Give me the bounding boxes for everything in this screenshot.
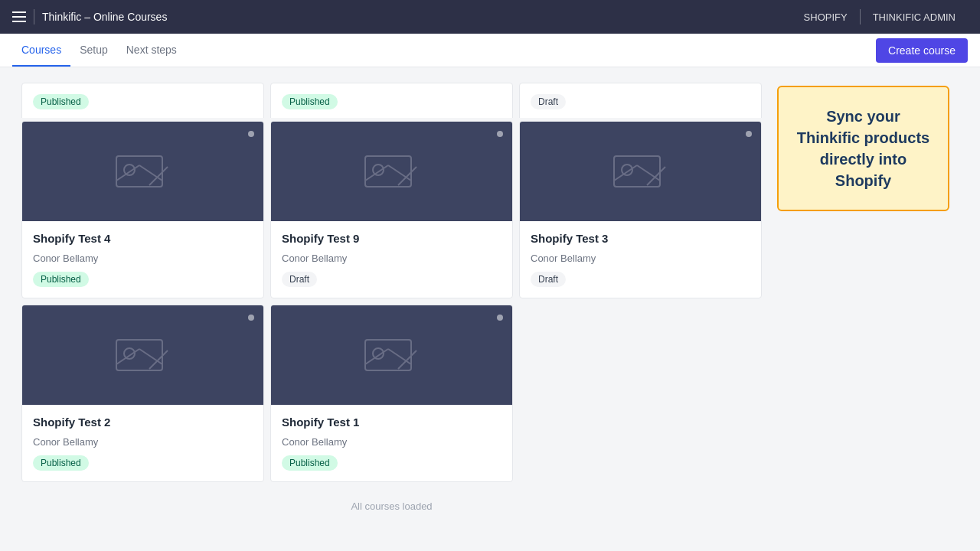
course-author: Conor Bellamy bbox=[282, 253, 501, 264]
nav-divider bbox=[34, 9, 34, 24]
course-dot bbox=[248, 131, 254, 137]
course-title: Shopify Test 4 bbox=[33, 232, 253, 245]
course-title: Shopify Test 3 bbox=[531, 232, 750, 245]
svg-line-14 bbox=[647, 167, 665, 185]
course-card-shopify-test-2[interactable]: Shopify Test 2 Conor Bellamy Published bbox=[21, 305, 264, 482]
svg-line-17 bbox=[116, 349, 139, 364]
course-title: Shopify Test 1 bbox=[282, 416, 501, 429]
tab-next-steps[interactable]: Next steps bbox=[117, 34, 186, 67]
shopify-link[interactable]: SHOPIFY bbox=[792, 11, 860, 23]
course-author: Conor Bellamy bbox=[33, 436, 253, 448]
course-card-image bbox=[271, 122, 512, 221]
main-content: Published Published Draft bbox=[0, 67, 980, 540]
svg-line-18 bbox=[139, 349, 162, 364]
course-card-shopify-test-9[interactable]: Shopify Test 9 Conor Bellamy Draft bbox=[270, 121, 513, 298]
tab-courses[interactable]: Courses bbox=[12, 34, 70, 67]
course-placeholder-icon bbox=[610, 148, 671, 194]
course-author: Conor Bellamy bbox=[282, 436, 501, 448]
svg-rect-0 bbox=[116, 156, 162, 187]
svg-line-7 bbox=[365, 165, 388, 181]
svg-line-8 bbox=[388, 165, 411, 181]
course-dot bbox=[497, 315, 503, 321]
svg-line-4 bbox=[149, 167, 168, 185]
courses-grid: Shopify Test 4 Conor Bellamy Published bbox=[18, 118, 765, 485]
course-title: Shopify Test 9 bbox=[282, 232, 501, 245]
course-placeholder-icon bbox=[113, 148, 174, 194]
partial-card-2: Published bbox=[270, 83, 513, 118]
svg-line-22 bbox=[365, 349, 388, 364]
course-card-body: Shopify Test 4 Conor Bellamy Published bbox=[22, 221, 263, 298]
course-card-shopify-test-3[interactable]: Shopify Test 3 Conor Bellamy Draft bbox=[519, 121, 762, 298]
course-card-body: Shopify Test 3 Conor Bellamy Draft bbox=[520, 221, 761, 298]
promo-banner[interactable]: Sync your Thinkific products directly in… bbox=[777, 86, 949, 211]
tab-setup[interactable]: Setup bbox=[70, 34, 117, 67]
app-title: Thinkific – Online Courses bbox=[42, 11, 167, 23]
svg-line-9 bbox=[398, 167, 416, 185]
course-dot bbox=[248, 315, 254, 321]
course-card-body: Shopify Test 1 Conor Bellamy Published bbox=[271, 405, 512, 481]
status-badge: Published bbox=[33, 455, 89, 471]
all-courses-loaded: All courses loaded bbox=[18, 485, 765, 527]
svg-line-3 bbox=[139, 165, 162, 181]
course-card-body: Shopify Test 9 Conor Bellamy Draft bbox=[271, 221, 512, 298]
sub-nav: Courses Setup Next steps Create course bbox=[0, 34, 980, 67]
svg-line-2 bbox=[116, 165, 139, 181]
status-badge: Draft bbox=[282, 272, 317, 287]
course-dot bbox=[746, 131, 752, 137]
hamburger-icon[interactable] bbox=[12, 11, 26, 22]
svg-line-19 bbox=[149, 350, 168, 369]
course-card-shopify-test-4[interactable]: Shopify Test 4 Conor Bellamy Published bbox=[21, 121, 264, 298]
status-badge: Published bbox=[282, 455, 338, 471]
course-dot bbox=[497, 131, 503, 137]
course-card-image bbox=[22, 305, 263, 405]
course-placeholder-icon bbox=[361, 148, 423, 194]
partial-card-1: Published bbox=[21, 83, 264, 118]
admin-link[interactable]: THINKIFIC ADMIN bbox=[861, 11, 968, 23]
status-badge: Draft bbox=[531, 272, 566, 287]
status-badge: Published bbox=[33, 272, 89, 287]
svg-line-24 bbox=[398, 350, 416, 369]
side-column: Sync your Thinkific products directly in… bbox=[765, 80, 962, 217]
course-author: Conor Bellamy bbox=[33, 253, 253, 264]
status-badge: Published bbox=[282, 94, 338, 109]
svg-rect-10 bbox=[614, 156, 660, 187]
svg-rect-15 bbox=[116, 340, 162, 370]
course-author: Conor Bellamy bbox=[531, 253, 750, 264]
course-card-image bbox=[271, 305, 512, 405]
course-placeholder-icon bbox=[113, 332, 174, 378]
sub-nav-tabs: Courses Setup Next steps bbox=[12, 34, 186, 67]
status-badge: Published bbox=[33, 94, 89, 109]
svg-line-13 bbox=[637, 165, 660, 181]
courses-column: Published Published Draft bbox=[18, 80, 765, 527]
top-nav: Thinkific – Online Courses SHOPIFY THINK… bbox=[0, 0, 980, 34]
status-badge: Draft bbox=[531, 94, 566, 109]
svg-line-23 bbox=[388, 349, 411, 364]
svg-rect-5 bbox=[365, 156, 411, 187]
promo-text: Sync your Thinkific products directly in… bbox=[797, 108, 929, 189]
create-course-button[interactable]: Create course bbox=[876, 38, 968, 63]
course-title: Shopify Test 2 bbox=[33, 416, 253, 429]
layout-row: Published Published Draft bbox=[18, 80, 962, 527]
partial-card-3: Draft bbox=[519, 83, 762, 118]
course-card-image bbox=[22, 122, 263, 221]
course-placeholder-icon bbox=[361, 332, 423, 378]
course-card-body: Shopify Test 2 Conor Bellamy Published bbox=[22, 405, 263, 481]
svg-line-12 bbox=[614, 165, 637, 181]
partial-cards-row: Published Published Draft bbox=[18, 80, 765, 118]
course-card-image bbox=[520, 122, 761, 221]
course-card-shopify-test-1[interactable]: Shopify Test 1 Conor Bellamy Published bbox=[270, 305, 513, 482]
svg-rect-20 bbox=[365, 340, 411, 370]
